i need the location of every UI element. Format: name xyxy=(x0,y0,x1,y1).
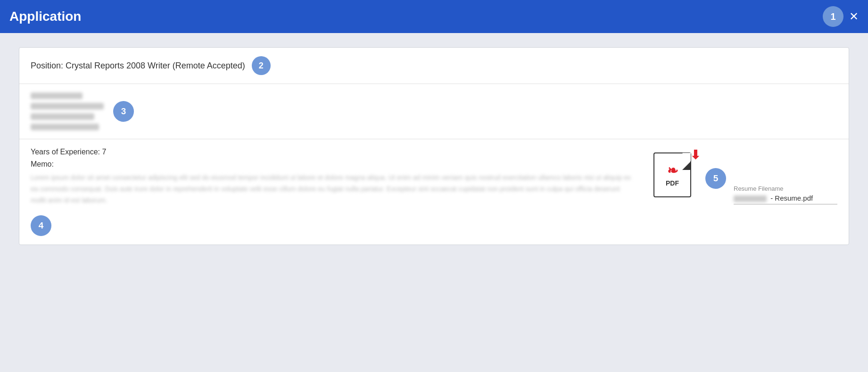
details-right: ❧ PDF ⬇ 5 Resume Filename - Resume.pdf xyxy=(653,148,837,204)
resume-row: ❧ PDF ⬇ 5 Resume Filename - Resume.pdf xyxy=(653,152,837,204)
blur-line-3 xyxy=(31,113,94,120)
resume-filename-section: Resume Filename - Resume.pdf xyxy=(734,185,837,204)
annotation-badge-2: 2 xyxy=(252,56,271,75)
resume-filename-label: Resume Filename xyxy=(734,185,837,192)
content-area: Position: Crystal Reports 2008 Writer (R… xyxy=(0,33,868,259)
pdf-container[interactable]: ❧ PDF ⬇ xyxy=(653,152,696,204)
header-controls: 1 ✕ xyxy=(823,6,859,27)
blur-line-2 xyxy=(31,103,104,110)
pdf-area: ❧ PDF ⬇ 5 xyxy=(653,152,726,204)
personal-info-blurred xyxy=(31,93,104,130)
application-card: Position: Crystal Reports 2008 Writer (R… xyxy=(19,47,849,245)
annotation-badge-4: 4 xyxy=(31,215,51,236)
details-row: Years of Experience: 7 Memo: Lorem ipsum… xyxy=(19,139,849,245)
memo-label: Memo: xyxy=(31,160,635,169)
memo-text: Lorem ipsum dolor sit amet consectetur a… xyxy=(31,172,635,206)
position-row: Position: Crystal Reports 2008 Writer (R… xyxy=(19,48,849,84)
header-badge-1: 1 xyxy=(823,6,843,27)
resume-name-blurred xyxy=(734,195,767,202)
app-title: Application xyxy=(9,9,81,24)
annotation-badge-5: 5 xyxy=(705,168,726,189)
pdf-label: PDF xyxy=(666,179,679,187)
details-left: Years of Experience: 7 Memo: Lorem ipsum… xyxy=(31,148,635,236)
pdf-icon: ❧ PDF xyxy=(653,152,691,197)
app-header: Application 1 ✕ xyxy=(0,0,868,33)
resume-filename-value: - Resume.pdf xyxy=(734,194,837,204)
download-arrow-icon: ⬇ xyxy=(690,148,701,162)
personal-info-row: 3 xyxy=(19,84,849,139)
annotation-badge-3: 3 xyxy=(113,101,134,122)
acrobat-symbol: ❧ xyxy=(667,163,678,178)
years-experience: Years of Experience: 7 xyxy=(31,148,635,156)
blur-line-1 xyxy=(31,93,83,99)
resume-suffix: - Resume.pdf xyxy=(770,194,813,202)
close-button[interactable]: ✕ xyxy=(849,11,859,22)
position-text: Position: Crystal Reports 2008 Writer (R… xyxy=(31,61,245,71)
blur-line-4 xyxy=(31,124,99,130)
